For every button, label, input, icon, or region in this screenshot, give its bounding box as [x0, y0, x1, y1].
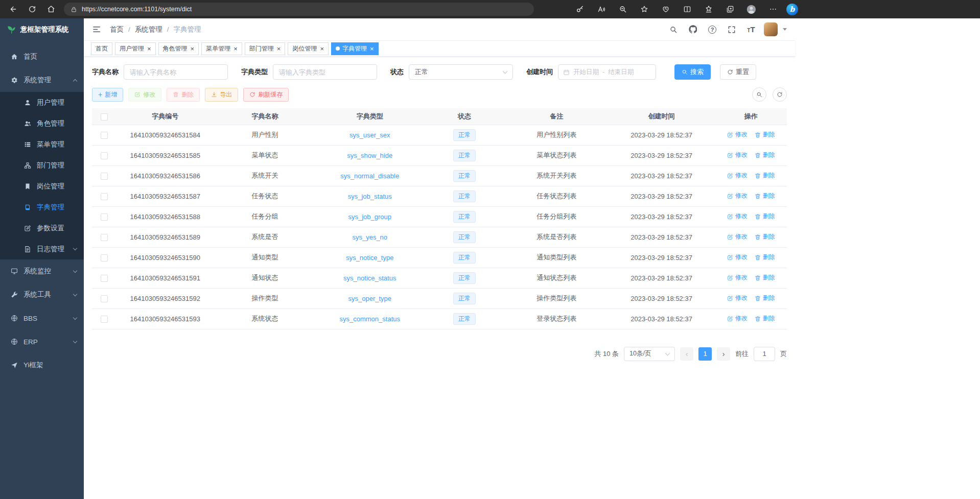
avatar[interactable] [764, 22, 778, 36]
refresh-table-button[interactable] [773, 87, 787, 102]
tab-close-icon[interactable]: × [234, 45, 238, 52]
sidebar-item-erp[interactable]: ERP [0, 330, 84, 353]
row-delete-link[interactable]: 删除 [755, 171, 775, 180]
favorite-star-icon[interactable] [636, 3, 652, 16]
app-logo[interactable]: 意框架管理系统 [0, 18, 84, 41]
sidebar-item-param-settings[interactable]: 参数设置 [0, 218, 84, 239]
tab-close-icon[interactable]: × [191, 45, 195, 52]
reset-button[interactable]: 重置 [720, 64, 756, 80]
toggle-search-button[interactable] [752, 87, 766, 102]
delete-button[interactable]: 删除 [167, 88, 200, 102]
fullscreen-icon[interactable] [724, 22, 739, 37]
avatar-caret-down-icon[interactable] [783, 28, 787, 31]
help-icon[interactable]: ? [705, 22, 720, 37]
sidebar-item-system-monitor[interactable]: 系统监控 [0, 259, 84, 283]
dict-type-link[interactable]: sys_user_sex [349, 131, 390, 139]
browser-essentials-icon[interactable] [658, 3, 673, 16]
row-checkbox[interactable] [101, 295, 108, 302]
row-edit-link[interactable]: 修改 [727, 253, 748, 262]
tab-user-management[interactable]: 用户管理× [115, 42, 156, 55]
tab-close-icon[interactable]: × [277, 45, 281, 52]
refresh-icon[interactable] [24, 3, 40, 16]
tab-role-management[interactable]: 角色管理× [158, 42, 199, 55]
row-delete-link[interactable]: 删除 [755, 253, 775, 262]
tab-post-management[interactable]: 岗位管理× [288, 42, 329, 55]
date-range-picker[interactable]: 开始日期 - 结束日期 [558, 64, 656, 80]
hamburger-icon[interactable] [92, 25, 102, 34]
search-button[interactable]: 搜索 [674, 64, 711, 80]
address-bar[interactable]: https://ccnetcore.com:1101/system/dict [64, 3, 534, 16]
tab-close-icon[interactable]: × [370, 45, 374, 52]
row-checkbox[interactable] [101, 152, 108, 159]
zoom-out-icon[interactable] [615, 3, 631, 16]
sidebar-item-log-management[interactable]: 日志管理 [0, 239, 84, 259]
dict-type-link[interactable]: sys_normal_disable [340, 172, 399, 180]
page-size-select[interactable]: 10条/页 [624, 347, 675, 361]
row-checkbox[interactable] [101, 234, 108, 241]
sidebar-item-yi-framework[interactable]: Yi框架 [0, 353, 84, 377]
row-edit-link[interactable]: 修改 [727, 294, 748, 302]
key-icon[interactable] [572, 3, 588, 16]
row-delete-link[interactable]: 删除 [755, 212, 775, 221]
dict-name-input[interactable] [124, 64, 228, 80]
dict-type-link[interactable]: sys_common_status [340, 315, 401, 323]
back-icon[interactable] [5, 3, 21, 16]
row-delete-link[interactable]: 删除 [755, 314, 775, 323]
row-edit-link[interactable]: 修改 [727, 273, 748, 282]
sidebar-item-dept-management[interactable]: 部门管理 [0, 155, 84, 176]
tab-dept-management[interactable]: 部门管理× [245, 42, 286, 55]
refresh-cache-button[interactable]: 刷新缓存 [243, 88, 289, 102]
dict-type-link[interactable]: sys_show_hide [347, 152, 392, 159]
sidebar-item-user-management[interactable]: 用户管理 [0, 92, 84, 113]
row-edit-link[interactable]: 修改 [727, 314, 748, 323]
dict-type-link[interactable]: sys_notice_status [343, 274, 396, 282]
row-edit-link[interactable]: 修改 [727, 130, 748, 139]
row-checkbox[interactable] [101, 173, 108, 180]
row-checkbox[interactable] [101, 193, 108, 200]
sidebar-item-dict-management[interactable]: 字典管理 [0, 197, 84, 218]
tab-dict-management[interactable]: 字典管理× [331, 42, 379, 55]
dict-type-input[interactable] [273, 64, 377, 80]
row-delete-link[interactable]: 删除 [755, 130, 775, 139]
dict-type-link[interactable]: sys_job_group [348, 213, 391, 221]
status-select[interactable]: 正常 [409, 64, 513, 80]
sidebar-item-system-management[interactable]: 系统管理 [0, 68, 84, 92]
next-page-button[interactable]: › [717, 347, 730, 361]
row-edit-link[interactable]: 修改 [727, 232, 748, 241]
tab-close-icon[interactable]: × [147, 45, 151, 52]
dict-type-link[interactable]: sys_oper_type [348, 295, 391, 302]
breadcrumb-item[interactable]: 首页 [110, 25, 124, 34]
prev-page-button[interactable]: ‹ [680, 347, 693, 361]
github-icon[interactable] [685, 22, 701, 37]
row-delete-link[interactable]: 删除 [755, 192, 775, 200]
search-icon[interactable] [666, 22, 681, 37]
row-checkbox[interactable] [101, 132, 108, 139]
split-screen-icon[interactable] [679, 3, 695, 16]
sidebar-item-bbs[interactable]: BBS [0, 306, 84, 330]
current-page-button[interactable]: 1 [698, 347, 712, 361]
row-edit-link[interactable]: 修改 [727, 171, 748, 180]
row-edit-link[interactable]: 修改 [727, 212, 748, 221]
row-checkbox[interactable] [101, 275, 108, 282]
row-delete-link[interactable]: 删除 [755, 294, 775, 302]
select-all-checkbox[interactable] [101, 113, 108, 121]
dict-type-link[interactable]: sys_notice_type [346, 254, 393, 262]
export-button[interactable]: 导出 [205, 88, 238, 102]
sidebar-item-role-management[interactable]: 角色管理 [0, 113, 84, 134]
browser-home-icon[interactable] [43, 3, 59, 16]
row-checkbox[interactable] [101, 316, 108, 323]
profile-avatar-icon[interactable] [743, 3, 759, 16]
row-delete-link[interactable]: 删除 [755, 232, 775, 241]
row-checkbox[interactable] [101, 213, 108, 221]
goto-page-input[interactable] [754, 347, 775, 361]
dict-type-link[interactable]: sys_yes_no [352, 233, 387, 241]
read-aloud-icon[interactable] [593, 3, 609, 16]
row-delete-link[interactable]: 删除 [755, 273, 775, 282]
dict-type-link[interactable]: sys_job_status [348, 193, 392, 200]
collections-icon[interactable] [722, 3, 738, 16]
tab-menu-management[interactable]: 菜单管理× [201, 42, 242, 55]
sidebar-item-post-management[interactable]: 岗位管理 [0, 176, 84, 197]
row-delete-link[interactable]: 删除 [755, 151, 775, 159]
row-checkbox[interactable] [101, 254, 108, 262]
sidebar-item-menu-management[interactable]: 菜单管理 [0, 134, 84, 155]
